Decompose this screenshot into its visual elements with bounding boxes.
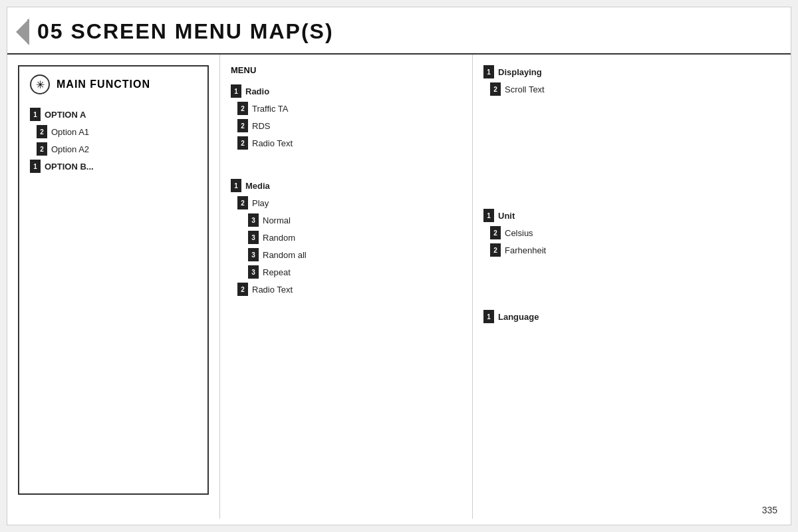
badge-normal-3: 3 [248,213,259,227]
list-item: 3 Normal [231,213,462,227]
list-item: 2 Scroll Text [483,82,780,96]
radio-label: Radio [245,86,269,96]
list-item: 2 Option A2 [30,142,197,156]
badge-random-3: 3 [248,231,259,244]
col-right: 1 Displaying 2 Scroll Text 1 Unit 2 Cels… [473,55,791,519]
badge-play-2: 2 [237,196,248,209]
list-item: 2 Traffic TA [231,102,462,115]
list-item: 2 Radio Text [231,283,462,296]
media-label: Media [245,181,270,191]
list-item: 2 RDS [231,119,462,132]
list-item: 1 Media [231,179,462,192]
badge-farhenheit-2: 2 [490,243,501,257]
list-item: 1 Displaying [483,65,780,78]
main-content: ✳ MAIN FUNCTION 1 OPTION A 2 Option A1 2… [7,55,791,519]
radio-section: 1 Radio 2 Traffic TA 2 RDS 2 Radio Text [231,84,462,150]
option-a2-label: Option A2 [51,144,89,154]
language-section: 1 Language [483,310,780,323]
displaying-section: 1 Displaying 2 Scroll Text [483,65,780,96]
badge-scrolltext-2: 2 [490,82,501,96]
badge-language-1: 1 [483,310,494,323]
badge-mediaradiotext-2: 2 [237,283,248,296]
displaying-label: Displaying [498,67,542,77]
list-item: 1 Radio [231,84,462,98]
list-item: 1 Language [483,310,780,323]
celsius-label: Celsius [505,228,533,238]
page-header: 05 SCREEN MENU MAP(S) [7,7,791,55]
badge-unit-1: 1 [483,209,494,222]
rds-label: RDS [252,121,270,131]
media-section: 1 Media 2 Play 3 Normal 3 Random 3 Ran [231,179,462,296]
random-all-label: Random all [263,250,307,260]
list-item: 1 Unit [483,209,780,222]
language-label: Language [498,312,539,322]
unit-label: Unit [498,211,515,221]
media-radio-text-label: Radio Text [252,285,293,295]
list-item: 2 Option A1 [30,125,197,138]
list-item: 1 OPTION B... [30,160,197,173]
badge-radio-1: 1 [231,84,241,98]
normal-label: Normal [263,215,291,225]
badge-repeat-3: 3 [248,265,259,279]
badge-traffic-2: 2 [237,102,248,115]
badge-celsius-2: 2 [490,226,501,239]
badge-radiotext-2: 2 [237,136,248,150]
badge-rds-2: 2 [237,119,248,132]
list-item: 2 Celsius [483,226,780,239]
badge-1: 1 [30,108,41,121]
list-item: 2 Radio Text [231,136,462,150]
list-item: 2 Play [231,196,462,209]
badge-2: 2 [37,125,47,138]
list-item: 1 OPTION A [30,108,197,121]
farhenheit-label: Farhenheit [505,245,546,255]
badge-randomall-3: 3 [248,248,259,261]
col-main-function: ✳ MAIN FUNCTION 1 OPTION A 2 Option A1 2… [7,55,220,519]
list-item: 3 Random [231,231,462,244]
play-label: Play [252,198,269,208]
badge-media-1: 1 [231,179,241,192]
main-function-header: ✳ MAIN FUNCTION [30,74,197,94]
radio-text-label: Radio Text [252,138,293,148]
main-function-box: ✳ MAIN FUNCTION 1 OPTION A 2 Option A1 2… [18,65,209,495]
col-menu: MENU 1 Radio 2 Traffic TA 2 RDS 2 Radio … [220,55,473,519]
traffic-ta-label: Traffic TA [252,104,288,114]
page-container: 05 SCREEN MENU MAP(S) ✳ MAIN FUNCTION 1 … [7,7,791,525]
star-icon: ✳ [30,74,50,94]
random-label: Random [263,233,295,243]
menu-header: MENU [231,65,462,75]
option-a1-label: Option A1 [51,127,89,137]
scroll-text-label: Scroll Text [505,84,545,94]
main-function-title: MAIN FUNCTION [57,78,150,90]
list-item: 3 Random all [231,248,462,261]
badge-2b: 2 [37,142,47,156]
page-title: 05 SCREEN MENU MAP(S) [27,19,334,44]
badge-1b: 1 [30,160,41,173]
option-b-label: OPTION B... [45,162,94,172]
repeat-label: Repeat [263,267,291,277]
page-number: 335 [762,505,777,515]
unit-section: 1 Unit 2 Celsius 2 Farhenheit [483,209,780,257]
option-a-label: OPTION A [45,110,86,120]
badge-displaying-1: 1 [483,65,494,78]
list-item: 3 Repeat [231,265,462,279]
list-item: 2 Farhenheit [483,243,780,257]
